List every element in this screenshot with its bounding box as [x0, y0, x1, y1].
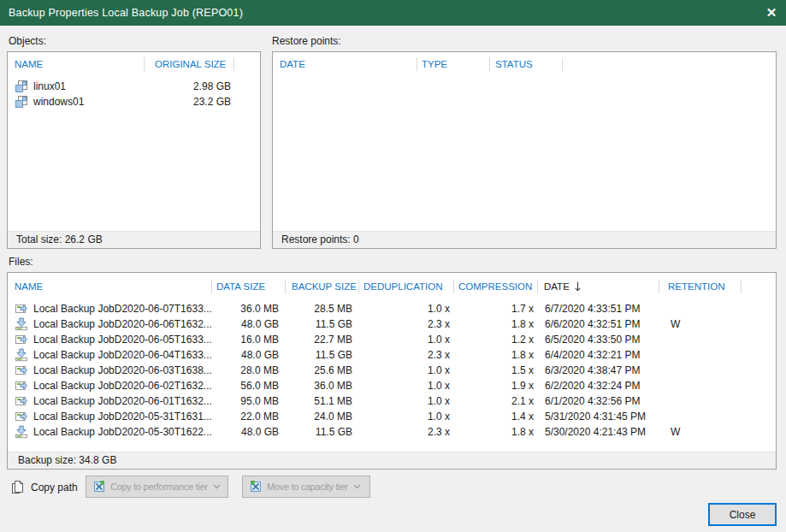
files-col-retention[interactable]: RETENTION [659, 273, 742, 299]
file-dedup: 1.0 x [359, 301, 454, 316]
file-data-size: 28.0 MB [212, 363, 286, 378]
file-date: 5/31/2020 4:31:45 PM [538, 409, 659, 424]
file-dedup: 2.3 x [359, 347, 454, 363]
file-name: Local Backup JobD2020-06-01T1632... [33, 393, 212, 409]
backup-file-icon [15, 333, 28, 346]
file-backup-size: 22.7 MB [286, 332, 359, 347]
file-date: 6/6/2020 4:32:51 PM [538, 316, 659, 332]
copy-path-button[interactable]: Copy path [10, 476, 78, 499]
file-retention [659, 409, 742, 424]
files-col-data-size[interactable]: DATA SIZE [212, 273, 286, 299]
backup-file-icon [15, 348, 28, 362]
copy-to-performance-tier-button[interactable]: Copy to performance tier [86, 476, 228, 498]
chevron-down-icon [353, 484, 361, 489]
move-to-capacity-tier-button[interactable]: Move to capacity tier [242, 476, 370, 498]
backup-file-icon [15, 364, 28, 377]
file-dedup: 1.0 x [359, 409, 454, 424]
backup-file-icon [15, 410, 28, 423]
copy-to-performance-tier-label: Copy to performance tier [110, 482, 208, 492]
file-data-size: 48.0 GB [212, 347, 286, 363]
file-row[interactable]: Local Backup JobD2020-06-06T1632... 48.0… [8, 316, 776, 332]
performance-tier-icon [92, 480, 106, 494]
restore-footer: Restore points: 0 [273, 231, 776, 248]
file-name: Local Backup JobD2020-06-05T1633... [33, 332, 212, 347]
file-row[interactable]: Local Backup JobD2020-06-05T1633... 16.0… [8, 332, 776, 347]
copy-path-icon [10, 480, 25, 495]
close-icon[interactable]: ✕ [757, 0, 786, 26]
file-dedup: 2.3 x [359, 424, 454, 440]
file-name: Local Backup JobD2020-06-04T1633... [33, 347, 212, 363]
file-date: 6/7/2020 4:33:51 PM [538, 301, 659, 316]
file-compression: 1.7 x [454, 301, 538, 316]
file-row[interactable]: Local Backup JobD2020-05-31T1631... 22.0… [8, 409, 776, 424]
vm-icon [15, 80, 28, 93]
sort-descending-icon [575, 281, 581, 292]
file-name: Local Backup JobD2020-05-31T1631... [33, 409, 212, 424]
file-dedup: 1.0 x [359, 363, 454, 378]
restore-col-type[interactable]: TYPE [417, 52, 490, 76]
file-data-size: 22.0 MB [212, 409, 286, 424]
file-backup-size: 11.5 GB [286, 316, 359, 332]
object-name: windows01 [33, 94, 84, 109]
object-name: linux01 [33, 79, 66, 94]
file-row[interactable]: Local Backup JobD2020-06-03T1638... 28.0… [8, 363, 776, 378]
file-row[interactable]: Local Backup JobD2020-06-04T1633... 48.0… [8, 347, 776, 363]
files-col-deduplication[interactable]: DEDUPLICATION [359, 273, 454, 299]
file-dedup: 1.0 x [359, 393, 454, 409]
file-backup-size: 24.0 MB [286, 409, 359, 424]
file-name: Local Backup JobD2020-06-07T1633... [33, 301, 212, 316]
file-compression: 1.9 x [454, 378, 538, 393]
file-retention [659, 301, 742, 316]
file-backup-size: 11.5 GB [286, 347, 359, 363]
file-date: 6/3/2020 4:38:47 PM [538, 363, 659, 378]
file-retention [659, 332, 742, 347]
object-size: 2.98 GB [145, 79, 234, 94]
files-col-name[interactable]: NAME [8, 273, 212, 299]
files-col-compression[interactable]: COMPRESSION [454, 273, 538, 299]
restore-header: DATE TYPE STATUS [273, 52, 776, 76]
file-compression: 1.8 x [454, 424, 538, 440]
file-name: Local Backup JobD2020-06-03T1638... [33, 363, 212, 378]
file-row[interactable]: Local Backup JobD2020-06-07T1633... 36.0… [8, 301, 776, 316]
files-rows: Local Backup JobD2020-06-07T1633... 36.0… [8, 299, 776, 452]
titlebar: Backup Properties Local Backup Job (REPO… [0, 0, 786, 26]
close-button[interactable]: Close [708, 503, 777, 526]
file-row[interactable]: Local Backup JobD2020-06-01T1632... 95.0… [8, 393, 776, 409]
file-data-size: 56.0 MB [212, 378, 286, 393]
file-data-size: 48.0 GB [212, 316, 286, 332]
file-row[interactable]: Local Backup JobD2020-06-02T1632... 56.0… [8, 378, 776, 393]
backup-file-icon [15, 317, 28, 331]
files-col-backup-size[interactable]: BACKUP SIZE [286, 273, 359, 299]
file-retention [659, 347, 742, 363]
object-row[interactable]: windows01 23.2 GB [8, 94, 260, 109]
vm-icon [15, 95, 28, 109]
file-compression: 1.8 x [454, 347, 538, 363]
file-data-size: 36.0 MB [212, 301, 286, 316]
file-compression: 1.4 x [454, 409, 538, 424]
files-col-date[interactable]: DATE [538, 273, 659, 299]
objects-col-size[interactable]: ORIGINAL SIZE [145, 52, 234, 76]
file-compression: 1.2 x [454, 332, 538, 347]
objects-col-name[interactable]: NAME [8, 52, 145, 76]
file-retention [659, 393, 742, 409]
capacity-tier-icon [249, 480, 263, 494]
file-row[interactable]: Local Backup JobD2020-05-30T1622... 48.0… [8, 424, 776, 440]
file-compression: 1.8 x [454, 316, 538, 332]
backup-file-icon [15, 302, 28, 316]
objects-label: Objects: [9, 35, 46, 47]
file-data-size: 16.0 MB [212, 332, 286, 347]
file-backup-size: 51.1 MB [286, 393, 359, 409]
backup-file-icon [15, 425, 28, 439]
file-retention [659, 363, 742, 378]
restore-col-status[interactable]: STATUS [490, 52, 563, 76]
file-date: 5/30/2020 4:21:43 PM [538, 424, 659, 440]
file-date: 6/4/2020 4:32:21 PM [538, 347, 659, 363]
file-dedup: 1.0 x [359, 332, 454, 347]
object-row[interactable]: linux01 2.98 GB [8, 79, 260, 94]
restore-points-label: Restore points: [272, 35, 341, 47]
window-title: Backup Properties Local Backup Job (REPO… [9, 7, 243, 19]
file-backup-size: 36.0 MB [286, 378, 359, 393]
file-date: 6/1/2020 4:32:56 PM [538, 393, 659, 409]
restore-col-date[interactable]: DATE [273, 52, 417, 76]
restore-rows [273, 76, 776, 231]
